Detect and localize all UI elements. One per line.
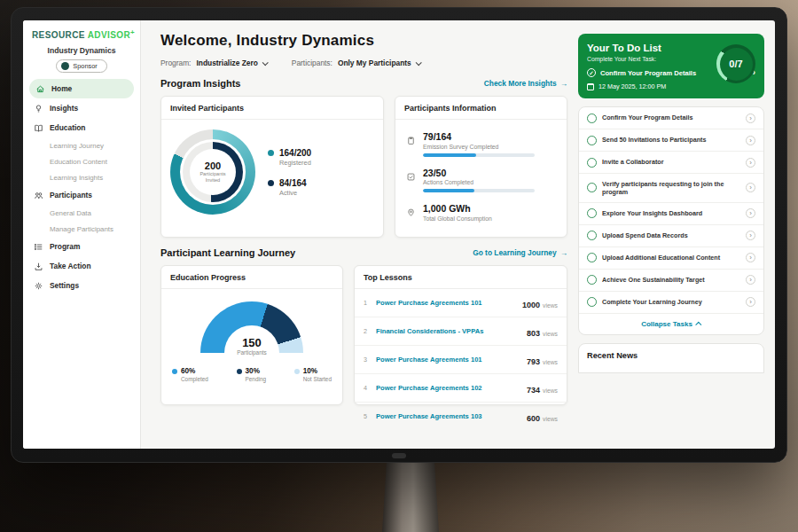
legend-value: 30% <box>246 367 266 375</box>
program-select-value: Industrialize Zero <box>196 59 257 67</box>
card-title: Invited Participants <box>161 97 383 120</box>
task-checkbox[interactable] <box>587 231 597 240</box>
task-item[interactable]: Upload Spend Data Records › <box>579 225 763 247</box>
calendar-icon <box>587 83 594 90</box>
task-checkbox[interactable] <box>587 208 597 218</box>
lesson-row: 5 Power Purchase Agreements 103 600views <box>355 403 567 430</box>
right-panel: Your To Do List Complete Your Next Task:… <box>578 20 775 449</box>
task-label: Complete Your Learning Journey <box>602 298 740 306</box>
stat-global-consumption: 1,000 GWh Total Global Consumption <box>406 198 556 227</box>
task-checkbox[interactable] <box>587 253 597 262</box>
donut-center-label: Participants Invited <box>195 171 231 184</box>
sidebar-item-insights[interactable]: Insights <box>23 98 140 118</box>
task-item[interactable]: Complete Your Learning Journey › <box>579 292 763 314</box>
todo-card: Your To Do List Complete Your Next Task:… <box>578 34 764 98</box>
task-list: Confirm Your Program Details › Send 50 I… <box>578 106 764 335</box>
task-item[interactable]: Achieve One Sustainability Target › <box>579 270 763 292</box>
lesson-views-suffix: views <box>543 416 558 422</box>
lesson-link[interactable]: Power Purchase Agreements 103 <box>376 412 520 420</box>
education-progress-card: Education Progress 150 Participants <box>160 265 343 405</box>
task-item[interactable]: Confirm Your Program Details › <box>579 107 763 129</box>
take-action-icon <box>34 262 43 271</box>
sidebar-item-education[interactable]: Education <box>23 118 140 137</box>
sidebar-item-participants[interactable]: Participants <box>23 185 140 205</box>
location-pin-icon <box>406 205 416 215</box>
stat-value: 23/50 <box>423 168 535 178</box>
program-list-icon <box>34 242 43 252</box>
recent-news-card: Recent News <box>578 343 764 373</box>
education-progress-gauge: 150 Participants <box>200 301 303 353</box>
sidebar-item-label: Education Content <box>50 158 107 166</box>
sponsor-badge-label: Sponsor <box>73 62 98 70</box>
program-select[interactable]: Industrialize Zero <box>196 59 266 67</box>
task-checkbox[interactable] <box>587 136 597 145</box>
sidebar-item-settings[interactable]: Settings <box>23 276 140 295</box>
lesson-link[interactable]: Power Purchase Agreements 102 <box>376 384 520 392</box>
task-item[interactable]: Explore Your Insights Dashboard › <box>579 203 763 225</box>
lesson-row: 2 Financial Considerations - VPPAs 803vi… <box>355 317 567 346</box>
card-title: Education Progress <box>161 266 342 289</box>
task-item[interactable]: Send 50 Invitations to Participants › <box>579 129 763 152</box>
sidebar-item-learning-insights[interactable]: Learning Insights <box>23 169 140 185</box>
legend-item-registered: 164/200 Registered <box>268 148 311 167</box>
task-item[interactable]: Invite a Collaborator › <box>579 152 763 174</box>
stat-label: Total Global Consumption <box>423 215 492 222</box>
chevron-down-icon <box>415 59 421 66</box>
main-content: Welcome, Industry Dynamics Program: Indu… <box>141 20 578 449</box>
sidebar-item-education-content[interactable]: Education Content <box>23 153 140 169</box>
task-item[interactable]: Verify participants requesting to join t… <box>579 174 763 203</box>
collapse-tasks-link[interactable]: Collapse Tasks <box>579 314 763 334</box>
task-checkbox[interactable] <box>587 113 597 123</box>
lesson-link[interactable]: Power Purchase Agreements 101 <box>376 356 520 364</box>
chevron-right-icon: › <box>746 113 755 123</box>
participants-filter-label: Participants: <box>292 59 332 67</box>
section-title: Participant Learning Journey <box>160 247 295 258</box>
sidebar-item-label: Program <box>50 242 80 251</box>
sidebar-item-general-data[interactable]: General Data <box>23 205 140 221</box>
link-label: Go to Learning Journey <box>473 248 556 257</box>
go-to-learning-journey-link[interactable]: Go to Learning Journey → <box>473 248 567 257</box>
gauge-legend: 60% Completed 30% Pending <box>170 367 333 382</box>
chevron-right-icon: › <box>746 275 755 285</box>
legend-label: Registered <box>279 159 311 167</box>
app-logo: RESOURCE ADVISOR+ <box>23 28 140 43</box>
sidebar-item-take-action[interactable]: Take Action <box>23 256 140 276</box>
sidebar-item-learning-journey[interactable]: Learning Journey <box>23 137 140 153</box>
lesson-views: 793 <box>527 357 540 366</box>
monitor-stand <box>382 459 439 532</box>
gauge-center-label: Participants <box>200 349 303 356</box>
home-icon <box>35 84 45 94</box>
todo-due-date: 12 May 2025, 12:00 PM <box>587 82 755 90</box>
filter-bar: Program: Industrialize Zero Participants… <box>160 59 567 67</box>
recent-news-title: Recent News <box>587 351 755 360</box>
lesson-rank: 1 <box>364 299 370 307</box>
chevron-right-icon: › <box>746 297 755 307</box>
task-checkbox[interactable] <box>587 297 597 307</box>
sidebar-item-label: Education <box>50 123 85 132</box>
legend-label: Active <box>279 189 307 197</box>
lesson-link[interactable]: Financial Considerations - VPPAs <box>376 327 520 335</box>
lesson-link[interactable]: Power Purchase Agreements 101 <box>376 299 516 307</box>
stat-label: Actions Completed <box>423 179 535 185</box>
task-checkbox[interactable] <box>587 183 597 192</box>
task-checkbox[interactable] <box>587 275 597 285</box>
sidebar-item-program[interactable]: Program <box>23 237 140 256</box>
sidebar-item-home[interactable]: Home <box>29 79 134 98</box>
section-title: Program Insights <box>160 78 240 89</box>
learning-journey-header: Participant Learning Journey Go to Learn… <box>160 247 567 258</box>
sponsor-badge[interactable]: Sponsor <box>56 59 107 73</box>
legend-label: Pending <box>246 376 266 382</box>
legend-dot-active <box>268 180 274 186</box>
monitor-logo <box>392 453 406 458</box>
monitor: RESOURCE ADVISOR+ Industry Dynamics Spon… <box>11 7 787 463</box>
lesson-row: 1 Power Purchase Agreements 101 1000view… <box>355 289 567 317</box>
task-checkbox[interactable] <box>587 158 597 168</box>
chevron-right-icon: › <box>746 253 755 262</box>
sidebar-item-manage-participants[interactable]: Manage Participants <box>23 221 140 237</box>
participants-select[interactable]: Only My Participants <box>338 59 420 67</box>
task-item[interactable]: Upload Additional Educational Content › <box>579 247 763 270</box>
gauge-legend-dot-pending <box>237 369 242 374</box>
check-more-insights-link[interactable]: Check More Insights → <box>484 79 567 88</box>
sidebar: RESOURCE ADVISOR+ Industry Dynamics Spon… <box>23 20 141 449</box>
org-name: Industry Dynamics <box>23 46 140 55</box>
